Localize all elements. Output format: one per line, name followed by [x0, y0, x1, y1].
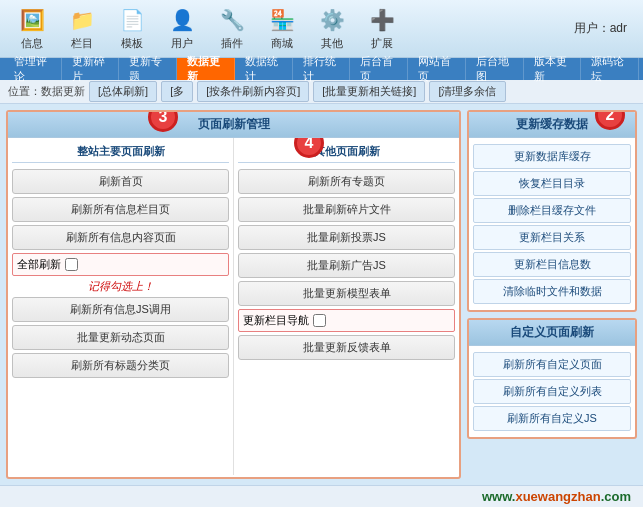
breadcrumb-position: 位置：数据更新	[8, 84, 85, 99]
toolbar-other[interactable]: ⚙️ 其他	[308, 2, 356, 55]
nav-data-update[interactable]: 数据更新	[177, 58, 235, 80]
btn-delete-column-cache[interactable]: 删除栏目缓存文件	[473, 198, 631, 223]
btn-restore-column-dir[interactable]: 恢复栏目目录	[473, 171, 631, 196]
btn-batch-refresh-fragments[interactable]: 批量刷新碎片文件	[238, 197, 455, 222]
nav-version-update[interactable]: 版本更新	[524, 58, 582, 80]
toolbar-extend[interactable]: ➕ 扩展	[358, 2, 406, 55]
btn-refresh-all-custom-js[interactable]: 刷新所有自定义JS	[473, 406, 631, 431]
btn-batch-refresh-vote-js[interactable]: 批量刷新投票JS	[238, 225, 455, 250]
cache-btn-list: 更新数据库缓存 恢复栏目目录 删除栏目缓存文件 更新栏目关系 更新栏目信息数 清…	[469, 138, 635, 310]
toolbar-other-label: 其他	[321, 36, 343, 51]
btn-batch-refresh-ad-js[interactable]: 批量刷新广告JS	[238, 253, 455, 278]
toolbar-template[interactable]: 📄 模板	[108, 2, 156, 55]
btn-refresh-all-custom-lists[interactable]: 刷新所有自定义列表	[473, 379, 631, 404]
toolbar-columns[interactable]: 📁 栏目	[58, 2, 106, 55]
user-display: 用户：adr	[574, 20, 635, 37]
breadcrumb-condition-refresh[interactable]: [按条件刷新内容页]	[197, 81, 309, 102]
main-content: 页面刷新管理 3 整站主要页面刷新 刷新首页 刷新所有信息栏目页 刷新所有信息内…	[0, 104, 643, 485]
user-label: 用户：adr	[574, 21, 627, 35]
shop-icon: 🏪	[268, 6, 296, 34]
left-column-title: 整站主要页面刷新	[12, 144, 229, 163]
toolbar-user-label: 用户	[171, 36, 193, 51]
checkbox-all-refresh-label: 全部刷新	[17, 257, 61, 272]
nav-backend-home[interactable]: 后台首页	[350, 58, 408, 80]
right-column: 4 其他页面刷新 刷新所有专题页 批量刷新碎片文件 批量刷新投票JS 批量刷新广…	[234, 138, 459, 475]
btn-refresh-info-js[interactable]: 刷新所有信息JS调用	[12, 297, 229, 322]
custom-btn-list: 刷新所有自定义页面 刷新所有自定义列表 刷新所有自定义JS	[469, 346, 635, 437]
btn-batch-update-dynamic[interactable]: 批量更新动态页面	[12, 325, 229, 350]
toolbar-info-label: 信息	[21, 36, 43, 51]
btn-refresh-all-custom-pages[interactable]: 刷新所有自定义页面	[473, 352, 631, 377]
toolbar-plugin[interactable]: 🔧 插件	[208, 2, 256, 55]
nav-bar: 管理评论 更新碎片 更新专题 数据更新 数据统计 排行统计 后台首页 网站首页 …	[0, 58, 643, 80]
toolbar-shop[interactable]: 🏪 商城	[258, 2, 306, 55]
cache-panel: 2 更新缓存数据 更新数据库缓存 恢复栏目目录 删除栏目缓存文件 更新栏目关系 …	[467, 110, 637, 312]
columns-layout: 整站主要页面刷新 刷新首页 刷新所有信息栏目页 刷新所有信息内容页面 全部刷新 …	[8, 138, 459, 475]
breadcrumb-multi[interactable]: [多	[161, 81, 193, 102]
template-icon: 📄	[118, 6, 146, 34]
btn-clear-temp-files[interactable]: 清除临时文件和数据	[473, 279, 631, 304]
custom-panel-title: 自定义页面刷新	[469, 320, 635, 346]
checkbox-all-refresh[interactable]	[65, 258, 78, 271]
breadcrumb-total-refresh[interactable]: [总体刷新]	[89, 81, 157, 102]
checkbox-update-nav[interactable]	[313, 314, 326, 327]
info-icon: 🖼️	[18, 6, 46, 34]
checkbox-row-all-refresh: 全部刷新	[12, 253, 229, 276]
nav-manage-comment[interactable]: 管理评论	[4, 58, 62, 80]
btn-update-column-info-count[interactable]: 更新栏目信息数	[473, 252, 631, 277]
user-icon: 👤	[168, 6, 196, 34]
btn-batch-update-model-form[interactable]: 批量更新模型表单	[238, 281, 455, 306]
nav-rank-stats[interactable]: 排行统计	[293, 58, 351, 80]
main-toolbar: 🖼️ 信息 📁 栏目 📄 模板 👤 用户 🔧 插件 🏪 商城 ⚙️ 其他 ➕ 扩…	[0, 0, 643, 58]
btn-update-db-cache[interactable]: 更新数据库缓存	[473, 144, 631, 169]
toolbar-columns-label: 栏目	[71, 36, 93, 51]
toolbar-plugin-label: 插件	[221, 36, 243, 51]
toolbar-template-label: 模板	[121, 36, 143, 51]
toolbar-user[interactable]: 👤 用户	[158, 2, 206, 55]
watermark-bar: www.xuewangzhan.com	[0, 485, 643, 507]
toolbar-extend-label: 扩展	[371, 36, 393, 51]
breadcrumb-clear[interactable]: [清理多余信	[429, 81, 505, 102]
toolbar-info[interactable]: 🖼️ 信息	[8, 2, 56, 55]
note-remember: 记得勾选上！	[12, 279, 229, 294]
plugin-icon: 🔧	[218, 6, 246, 34]
btn-refresh-title-category[interactable]: 刷新所有标题分类页	[12, 353, 229, 378]
breadcrumb-batch-update[interactable]: [批量更新相关链接]	[313, 81, 425, 102]
checkbox-row-update-nav: 更新栏目导航	[238, 309, 455, 332]
nav-backend-map[interactable]: 后台地图	[466, 58, 524, 80]
watermark-text: www.xuewangzhan.com	[482, 489, 631, 504]
btn-batch-update-feedback[interactable]: 批量更新反馈表单	[238, 335, 455, 360]
left-panel: 页面刷新管理 3 整站主要页面刷新 刷新首页 刷新所有信息栏目页 刷新所有信息内…	[6, 110, 461, 479]
other-icon: ⚙️	[318, 6, 346, 34]
right-column-title: 其他页面刷新	[238, 144, 455, 163]
checkbox-update-nav-label: 更新栏目导航	[243, 313, 309, 328]
btn-refresh-info-columns[interactable]: 刷新所有信息栏目页	[12, 197, 229, 222]
btn-refresh-info-content[interactable]: 刷新所有信息内容页面	[12, 225, 229, 250]
btn-refresh-all-topics[interactable]: 刷新所有专题页	[238, 169, 455, 194]
btn-refresh-home[interactable]: 刷新首页	[12, 169, 229, 194]
left-panel-title: 页面刷新管理	[8, 112, 459, 138]
nav-site-home[interactable]: 网站首页	[408, 58, 466, 80]
left-panel-header: 页面刷新管理 3	[8, 112, 459, 138]
nav-update-fragment[interactable]: 更新碎片	[62, 58, 120, 80]
btn-update-column-relation[interactable]: 更新栏目关系	[473, 225, 631, 250]
extend-icon: ➕	[368, 6, 396, 34]
right-panel: 2 更新缓存数据 更新数据库缓存 恢复栏目目录 删除栏目缓存文件 更新栏目关系 …	[467, 110, 637, 479]
nav-source-forum[interactable]: 源码论坛	[581, 58, 639, 80]
nav-update-topic[interactable]: 更新专题	[119, 58, 177, 80]
nav-data-stats[interactable]: 数据统计	[235, 58, 293, 80]
left-column: 整站主要页面刷新 刷新首页 刷新所有信息栏目页 刷新所有信息内容页面 全部刷新 …	[8, 138, 234, 475]
columns-icon: 📁	[68, 6, 96, 34]
toolbar-shop-label: 商城	[271, 36, 293, 51]
custom-panel: 自定义页面刷新 刷新所有自定义页面 刷新所有自定义列表 刷新所有自定义JS	[467, 318, 637, 439]
